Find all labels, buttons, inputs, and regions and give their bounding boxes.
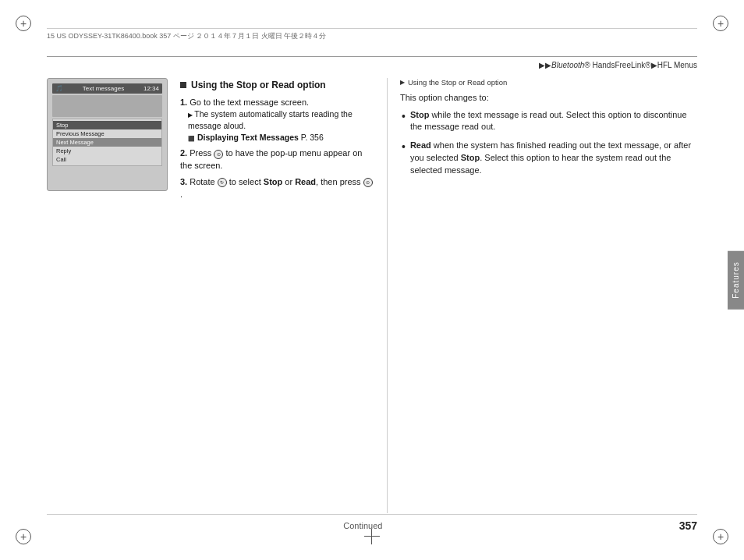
- screen-menu-call: Call: [53, 155, 161, 164]
- screen-menu-prev: Previous Message: [53, 129, 161, 138]
- corner-mark-bl: [16, 529, 31, 544]
- right-panel-header-text: Using the Stop or Read option: [408, 78, 507, 87]
- screen-top-bar: 🎵 Text messages 12:34: [52, 83, 162, 94]
- corner-mark-tl: [16, 16, 31, 31]
- instructions-panel: Using the Stop or Read option 1. Go to t…: [180, 78, 374, 513]
- screen-time: 12:34: [143, 85, 159, 92]
- corner-mark-tr: [713, 16, 728, 31]
- screen-mockup: 🎵 Text messages 12:34 Stop Previous Mess…: [47, 78, 168, 191]
- header-title: ▶▶Bluetooth® HandsFreeLink®▶HFL Menus: [539, 61, 697, 69]
- vertical-divider: [387, 78, 388, 513]
- section-title-text: Using the Stop or Read option: [191, 80, 326, 90]
- section-title: Using the Stop or Read option: [180, 80, 374, 90]
- right-intro: This option changes to:: [400, 91, 697, 105]
- step-2: 2. Press ⊙ to have the pop-up menu appea…: [180, 147, 374, 172]
- file-info-text: 15 US ODYSSEY-31TK86400.book 357 ページ ２０１…: [47, 31, 326, 41]
- step-1-sub: The system automatically starts reading …: [180, 108, 374, 131]
- screen-title: Text messages: [83, 85, 124, 92]
- step-1-link: ⬛ Displaying Text Messages P. 356: [180, 132, 374, 144]
- right-panel: Using the Stop or Read option This optio…: [400, 78, 697, 513]
- bottom-center-crosshair: [364, 529, 380, 544]
- step-1: 1. Go to the text message screen. The sy…: [180, 97, 374, 143]
- screen-menu-reply: Reply: [53, 147, 161, 155]
- section-square-icon: [180, 82, 186, 88]
- bullet-read: • Read when the system has finished read…: [400, 140, 697, 177]
- screen-menu-next: Next Message: [53, 138, 161, 147]
- right-panel-header: Using the Stop or Read option: [400, 78, 697, 87]
- screen-blur-area: [52, 95, 162, 117]
- knob-icon-press: ⊙: [214, 150, 223, 159]
- bullet-stop: • Stop while the text message is read ou…: [400, 109, 697, 134]
- corner-mark-br: [713, 529, 728, 544]
- steps-list: 1. Go to the text message screen. The sy…: [180, 97, 374, 200]
- continued-label: Continued: [47, 521, 679, 530]
- right-panel-body: This option changes to: • Stop while the…: [400, 91, 697, 177]
- bullet-read-text: Read when the system has finished readin…: [410, 140, 697, 177]
- bullet-stop-text: Stop while the text message is read out.…: [410, 109, 697, 134]
- screen-icon: 🎵: [55, 85, 63, 92]
- step-3: 3. Rotate ↻ to select Stop or Read, then…: [180, 176, 374, 200]
- header-bar: ▶▶Bluetooth® HandsFreeLink®▶HFL Menus: [47, 56, 697, 69]
- main-content: 🎵 Text messages 12:34 Stop Previous Mess…: [47, 78, 697, 513]
- knob-icon-press2: ⊙: [363, 178, 373, 187]
- knob-icon-rotate: ↻: [218, 178, 227, 187]
- page-number: 357: [679, 519, 697, 532]
- features-side-tab: Features: [728, 250, 744, 309]
- screen-menu-list: Stop Previous Message Next Message Reply…: [52, 119, 162, 166]
- screen-menu-stop: Stop: [53, 121, 161, 129]
- left-panel: 🎵 Text messages 12:34 Stop Previous Mess…: [47, 78, 374, 513]
- file-info-bar: 15 US ODYSSEY-31TK86400.book 357 ページ ２０１…: [47, 28, 697, 41]
